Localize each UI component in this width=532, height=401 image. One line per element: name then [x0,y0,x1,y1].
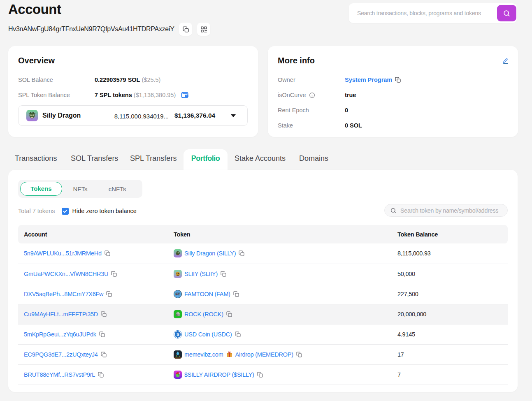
svg-text:FT: FT [175,292,180,296]
svg-text:$: $ [177,331,179,336]
